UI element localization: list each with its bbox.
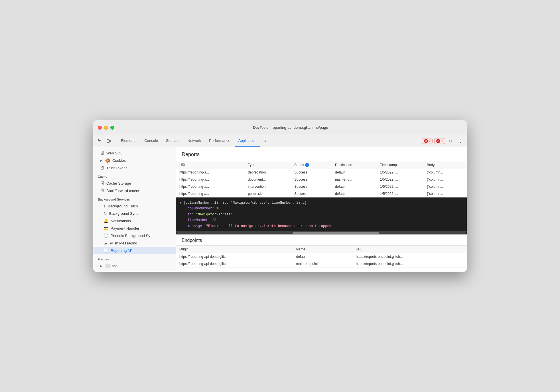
table-row[interactable]: https://reporting-a... document... Succe… [176,176,467,183]
error-x-icon-1: ✕ [424,139,428,143]
window-title: DevTools - reporting-api-demo.glitch.me/… [119,125,462,130]
device-icon[interactable] [105,137,113,145]
frame-icon: ⬜ [105,264,110,268]
endpoints-table: Origin Name URL https://reporting-api-de… [176,246,467,268]
sidebar-item-cookies[interactable]: ▶ 🍪 Cookies [93,157,176,164]
sidebar-item-bg-sync[interactable]: ↻ Background Sync [93,210,176,217]
error-badge-1[interactable]: ✕ 2 [422,138,433,144]
more-options-icon[interactable]: ⋮ [456,137,464,145]
table-row[interactable]: https://reporting-api-demo.glitc... main… [176,260,467,267]
col-body: Body [423,161,467,169]
cloud-icon: ☁ [104,241,107,245]
cell-status: Success [291,176,332,183]
sidebar-item-notifications[interactable]: 🔔 Notifications [93,217,176,224]
tab-elements[interactable]: Elements [117,135,140,147]
cell-destination: default [332,169,377,176]
svg-rect-1 [109,140,110,142]
sync-icon: ↻ [104,211,107,216]
cell-body: {"column... [423,169,467,176]
sidebar-item-cache-storage[interactable]: 🗄 Cache Storage [93,179,176,187]
sidebar-item-label: Reporting API [111,248,133,253]
cell-origin: https://reporting-api-demo.glitc... [176,260,293,267]
settings-icon[interactable]: ⚙ [447,137,455,145]
sidebar: 🗄 Web SQL ▶ 🍪 Cookies 🗄 Trust Tokens Cac… [93,147,176,272]
cell-url: https://reports-endpoint.glitch.... [352,260,467,267]
table-row[interactable]: https://reporting-a... intervention Succ… [176,183,467,190]
cell-timestamp: 1/5/2022, ... [377,190,423,197]
val-column-number: 18 [216,207,220,211]
cell-destination: main-end... [332,176,377,183]
sidebar-item-payment-handler[interactable]: 💳 Payment Handler [93,224,176,232]
table-row[interactable]: https://reporting-api-demo.glitc... defa… [176,253,467,260]
cell-url: https://reporting-a... [176,190,244,197]
sidebar-item-reporting-api[interactable]: 📄 Reporting API [93,247,176,254]
cell-destination: default [332,183,377,190]
tab-console[interactable]: Console [141,135,161,147]
tab-application[interactable]: Application [235,135,260,147]
cursor-icon[interactable] [96,137,104,145]
cell-body: {"column... [423,176,467,183]
titlebar: DevTools - reporting-api-demo.glitch.me/… [93,120,467,135]
detail-line-number: lineNumber: 28 [179,217,463,223]
sidebar-item-label: Back/forward cache [106,189,139,193]
tab-sources[interactable]: Sources [163,135,183,147]
fetch-icon: ↕ [104,204,105,208]
col-destination: Destination [332,161,377,169]
scroll-thumb[interactable] [293,232,379,234]
fullscreen-button[interactable] [110,126,114,130]
status-help-icon[interactable]: ? [305,163,309,167]
payment-icon: 💳 [104,226,108,230]
cell-timestamp: 1/5/2022, ... [377,183,423,190]
error-badge-2[interactable]: ✕ 1 [434,138,445,144]
sidebar-item-bfcache[interactable]: 🗄 Back/forward cache [93,187,176,194]
close-button[interactable] [98,126,102,130]
cell-timestamp: 1/5/2022, ... [377,176,423,183]
main-panel: Reports URL Type Status ? [176,147,467,272]
devtools-container: Elements Console Sources Network Perform… [93,135,467,272]
endpoints-header-row: Origin Name URL [176,246,467,253]
sidebar-item-label: Trust Tokens [106,166,127,170]
sidebar-item-web-sql[interactable]: 🗄 Web SQL [93,149,176,157]
error-count-2: 1 [441,139,443,143]
col-url: URL [176,161,244,169]
cell-name: main-endpoint [293,260,352,267]
svg-rect-0 [107,140,109,142]
cell-type: intervention [244,183,291,190]
cell-status: Success [291,169,332,176]
toolbar: Elements Console Sources Network Perform… [93,135,467,147]
bg-services-section-header: Background Services [93,194,176,202]
sidebar-item-label: Background Fetch [108,204,138,208]
minimize-button[interactable] [104,126,108,130]
tab-more[interactable]: » [261,135,270,147]
tab-performance[interactable]: Performance [206,135,234,147]
sidebar-item-label: Push Messaging [110,241,137,245]
col-type: Type [244,161,291,169]
status-header: Status ? [294,163,309,167]
key-message: message [188,224,202,228]
cell-type: deprecation [244,169,291,176]
sidebar-item-trust-tokens[interactable]: 🗄 Trust Tokens [93,164,176,172]
detail-summary[interactable]: ▼ {columnNumber: 18, id: "NavigatorVibra… [179,200,463,206]
collapse-arrow[interactable]: ▼ [179,201,181,205]
endpoints-table-container: Origin Name URL https://reporting-api-de… [176,246,467,272]
expand-icon: ▶ [100,264,102,268]
bell-icon: 🔔 [104,219,108,223]
table-row[interactable]: https://reporting-a... deprecation Succe… [176,169,467,176]
token-icon: 🗄 [100,166,104,170]
table-row[interactable]: https://reporting-a... permissio... Succ… [176,190,467,197]
horizontal-scrollbar[interactable] [176,232,467,234]
sidebar-item-periodic-bg-sync[interactable]: 🕐 Periodic Background Sy [93,232,176,239]
sidebar-item-label: Payment Handler [111,226,139,230]
toolbar-right: ✕ 2 ✕ 1 ⚙ ⋮ [422,137,464,145]
tab-network[interactable]: Network [184,135,205,147]
cell-url: https://reporting-a... [176,169,244,176]
sidebar-item-push-messaging[interactable]: ☁ Push Messaging [93,239,176,247]
cell-url: https://reporting-a... [176,176,244,183]
cell-url: https://reports-endpoint.glitch.... [352,253,467,260]
sidebar-item-top-frame[interactable]: ▶ ⬜ top [93,262,176,270]
cell-timestamp: 1/5/2022, ... [377,169,423,176]
col-timestamp: Timestamp [377,161,423,169]
sidebar-item-bg-fetch[interactable]: ↕ Background Fetch [93,202,176,210]
doc-icon: 📄 [104,248,108,253]
database-icon: 🗄 [100,151,104,155]
